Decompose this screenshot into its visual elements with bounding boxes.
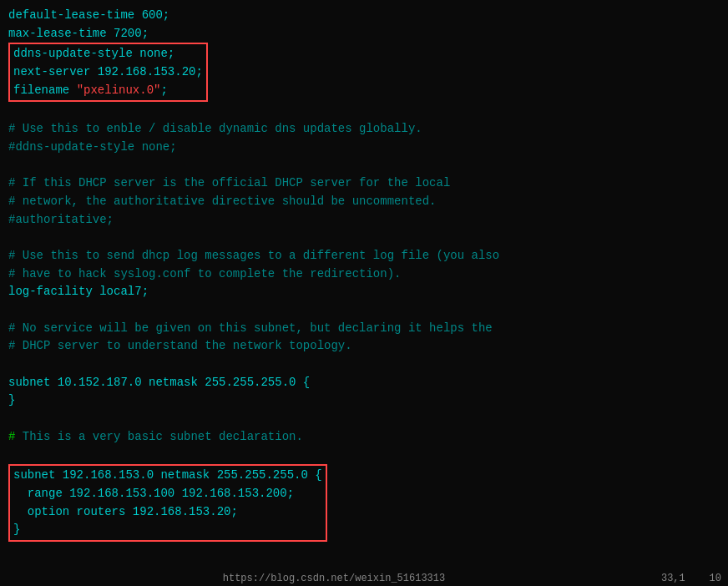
line-17: [8, 301, 720, 320]
line-13: [8, 229, 720, 247]
line-24: # This is a very basic subnet declaratio…: [8, 428, 720, 447]
line-6: [8, 102, 720, 120]
line-18: # No service will be given on this subne…: [8, 320, 720, 338]
line-1: default-lease-time 600;: [8, 7, 720, 25]
status-bar: https://blog.csdn.net/weixin_51613313 33…: [0, 571, 728, 586]
line-16: log-facility local7;: [8, 283, 720, 301]
line-4: next-server 192.168.153.20;: [13, 63, 203, 82]
line-12: #authoritative;: [8, 211, 720, 230]
line-27: range 192.168.153.100 192.168.153.200;: [13, 485, 322, 503]
line-23: [8, 410, 720, 428]
line-5: filename "pxelinux.0";: [13, 82, 203, 100]
line-11: # network, the authoritative directive s…: [8, 193, 720, 211]
line-15: # have to hack syslog.conf to complete t…: [8, 265, 720, 284]
line-25: [8, 447, 720, 465]
line-7: # Use this to enble / disable dynamic dn…: [8, 120, 720, 139]
line-8: #ddns-update-style none;: [8, 139, 720, 157]
line-26: subnet 192.168.153.0 netmask 255.255.255…: [13, 467, 322, 485]
line-22: }: [8, 392, 720, 410]
status-url: https://blog.csdn.net/weixin_51613313: [223, 573, 445, 584]
status-position: 33,1 10: [661, 573, 721, 584]
line-20: [8, 356, 720, 374]
line-14: # Use this to send dhcp log messages to …: [8, 247, 720, 265]
line-19: # DHCP server to understand the network …: [8, 337, 720, 356]
line-2: max-lease-time 7200;: [8, 25, 720, 43]
terminal: default-lease-time 600; max-lease-time 7…: [0, 0, 728, 586]
line-3: ddns-update-style none;: [13, 45, 203, 63]
line-10: # If this DHCP server is the official DH…: [8, 174, 720, 193]
line-28: option routers 192.168.153.20;: [13, 503, 322, 522]
line-29: }: [13, 521, 322, 539]
line-21: subnet 10.152.187.0 netmask 255.255.255.…: [8, 374, 720, 392]
line-9: [8, 157, 720, 175]
